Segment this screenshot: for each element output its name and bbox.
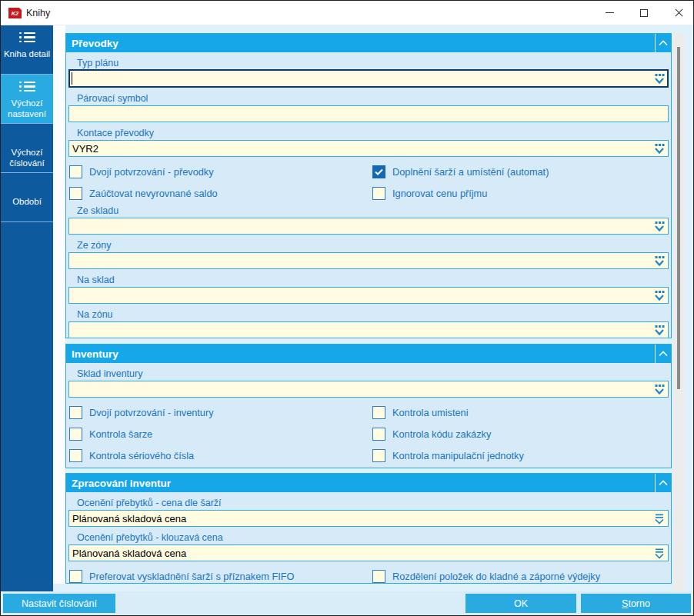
collapse-button[interactable] [655,474,671,492]
checkbox-kontrola-kodu-zakazky[interactable]: Kontrola kódu zakázky [372,428,491,441]
field-label-na-sklad: Na sklad [77,275,671,285]
checkbox-box-checked[interactable] [372,165,385,178]
checkbox-ignorovat-cenu[interactable]: Ignorovat cenu příjmu [372,187,487,200]
typ-planu-input[interactable] [68,69,669,88]
dropdown-icon[interactable] [653,143,666,155]
checkbox-box[interactable] [69,449,82,462]
checkbox-box[interactable] [372,187,385,200]
checkbox-kontrola-manipulacni-jednotky[interactable]: Kontrola manipulační jednotky [372,449,524,462]
field-oceneni-klouzava [68,544,669,561]
ok-button[interactable]: OK [465,594,576,613]
dropdown-icon[interactable] [653,221,666,232]
ze-zony-input[interactable] [68,252,669,269]
sidebar-item-vychozi-cislovani[interactable]: Výchozí číslování [1,124,53,173]
na-zonu-input[interactable] [68,321,669,338]
parovaci-symbol-input[interactable] [68,105,669,122]
collapse-button[interactable] [655,345,671,363]
checkbox-label: Dvojí potvrzování - převodky [89,166,214,178]
field-label-na-zonu: Na zónu [77,309,671,320]
title-bar: K2 Knihy [1,1,693,25]
collapse-button[interactable] [655,34,671,52]
dropdown-icon[interactable] [653,255,666,267]
field-label-kontace-prevodky: Kontace převodky [77,128,671,138]
section-title: Inventury [66,348,118,360]
checkbox-box[interactable] [372,428,385,441]
checkbox-row: Kontrola sériového čísla Kontrola manipu… [69,449,669,462]
section-zpracovani-inventur: Zpracování inventur Ocenění přebytků - c… [65,473,672,584]
sidebar-item-label: Výchozí číslování [1,148,53,168]
maximize-icon [640,9,648,17]
maximize-button[interactable] [631,1,657,25]
ze-skladu-input[interactable] [68,218,669,235]
checkbox-rozdeleni-polozek[interactable]: Rozdělení položek do kladné a záporné vý… [372,570,600,583]
field-label-parovaci-symbol: Párovací symbol [77,93,671,104]
section-header: Převodky [66,34,671,52]
na-sklad-input[interactable] [68,287,669,304]
checkbox-dvoji-potvrzovani-prevodky[interactable]: Dvojí potvrzování - převodky [69,165,372,178]
checkbox-box[interactable] [69,570,82,583]
sidebar-content-gap [53,25,65,584]
field-label-oceneni-klouzava: Ocenění přebytků - klouzavá cena [77,532,671,543]
section-title: Zpracování inventur [66,478,171,489]
checkbox-box[interactable] [69,165,82,178]
sidebar-item-label: Období [1,197,53,208]
checkbox-row: Preferovat vyskladnění šarží s příznakem… [69,570,669,583]
checkbox-label: Kontrola manipulační jednotky [392,450,524,461]
field-ze-skladu [68,218,669,235]
checkbox-kontrola-serioveho-cisla[interactable]: Kontrola sériového čísla [69,449,372,462]
checkbox-box[interactable] [69,428,82,441]
sidebar-item-vychozi-nastaveni[interactable]: Výchozí nastavení [1,75,53,124]
storno-label-rest: torno [628,598,650,609]
checkbox-dvoji-potvrzovani-inventury[interactable]: Dvojí potvrzování - inventury [69,406,372,419]
combobox-icon[interactable] [653,548,666,559]
app-window: K2 Knihy Kniha detail Výchozí nastavení [0,0,694,616]
field-label-oceneni-sarzi: Ocenění přebytků - cena dle šarží [77,498,671,508]
checkbox-label: Ignorovat cenu příjmu [392,188,487,199]
dropdown-icon[interactable] [653,73,666,85]
nastavit-cislovani-button[interactable]: Nastavit číslování [3,594,115,613]
combobox-icon[interactable] [653,513,666,524]
kontace-prevodky-input[interactable] [68,140,669,157]
field-label-ze-skladu: Ze skladu [77,205,671,216]
checkbox-label: Kontrola umisteni [392,407,469,418]
close-button[interactable] [666,1,692,25]
checkbox-zauctovat-saldo[interactable]: Zaúčtovat nevyrovnané saldo [69,187,372,200]
field-label-ze-zony: Ze zóny [77,240,671,251]
checkbox-kontrola-sarze[interactable]: Kontrola šarze [69,428,372,441]
checkbox-label: Rozdělení položek do kladné a záporné vý… [392,571,600,582]
checkbox-label: Kontrola sériového čísla [89,450,194,461]
dropdown-icon[interactable] [653,290,666,301]
oceneni-sarzi-select[interactable] [68,510,669,527]
oceneni-klouzava-select[interactable] [68,544,669,561]
sidebar-item-label: Výchozí nastavení [1,98,53,119]
field-typ-planu [68,69,669,88]
dropdown-icon[interactable] [653,325,666,336]
chevron-up-icon [659,480,668,486]
field-na-sklad [68,287,669,304]
k2-logo-icon: K2 [8,8,22,18]
checkbox-box[interactable] [69,187,82,200]
detail-list-icon [19,32,35,45]
sklad-inventury-input[interactable] [68,381,669,398]
storno-accelerator: S [622,598,628,609]
checkbox-box[interactable] [372,449,385,462]
dropdown-icon[interactable] [653,384,666,395]
chevron-up-icon [659,351,668,357]
field-label-sklad-inventury: Sklad inventury [77,368,671,379]
field-na-zonu [68,321,669,338]
checkbox-preferovat-fifo[interactable]: Preferovat vyskladnění šarží s příznakem… [69,570,372,583]
checkbox-box[interactable] [372,406,385,419]
sidebar: Kniha detail Výchozí nastavení Výchozí č… [1,25,53,593]
checkbox-box[interactable] [372,570,385,583]
checkbox-kontrola-umisteni[interactable]: Kontrola umisteni [372,406,469,419]
vertical-scrollbar[interactable] [672,33,685,591]
checkbox-label: Zaúčtovat nevyrovnané saldo [89,188,218,199]
storno-button[interactable]: Storno [581,594,691,613]
minimize-icon [606,12,614,13]
scrollbar-thumb[interactable] [677,47,680,389]
minimize-button[interactable] [596,1,622,25]
checkbox-doplneni-sarzi[interactable]: Doplnění šarží a umístění (automat) [372,165,549,178]
sidebar-item-obdobi[interactable]: Období [1,173,53,222]
checkbox-box[interactable] [69,406,82,419]
sidebar-item-kniha-detail[interactable]: Kniha detail [1,25,53,75]
